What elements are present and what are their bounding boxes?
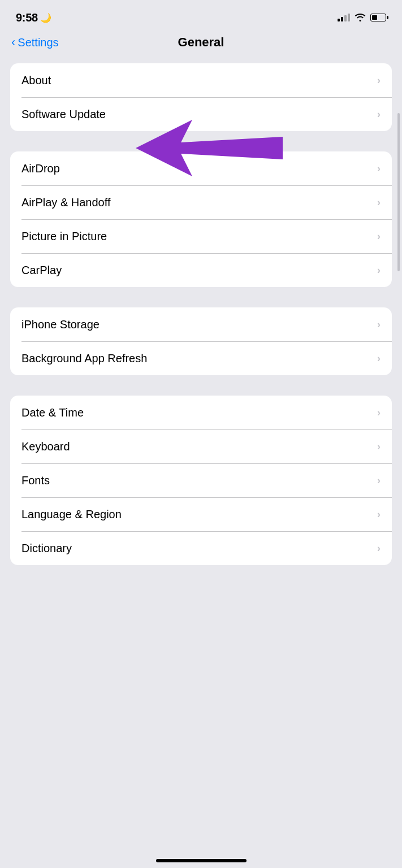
keyboard-label: Keyboard [21, 440, 70, 453]
settings-row-fonts[interactable]: Fonts › [10, 463, 392, 497]
about-chevron-icon: › [377, 75, 381, 86]
airplay-handoff-chevron-icon: › [377, 197, 381, 209]
settings-row-about[interactable]: About › [10, 63, 392, 97]
dictionary-chevron-icon: › [377, 542, 381, 554]
wifi-icon [355, 14, 366, 21]
settings-group-1: About › Software Update › [10, 63, 392, 131]
status-bar: 9:58 🌙 [0, 0, 402, 31]
settings-row-software-update[interactable]: Software Update › [10, 97, 392, 131]
settings-row-iphone-storage[interactable]: iPhone Storage › [10, 307, 392, 341]
carplay-label: CarPlay [21, 264, 62, 277]
settings-row-dictionary[interactable]: Dictionary › [10, 531, 392, 565]
fonts-label: Fonts [21, 474, 50, 487]
settings-row-airplay-handoff[interactable]: AirPlay & Handoff › [10, 185, 392, 219]
nav-header: ‹ Settings General [0, 31, 402, 59]
fonts-chevron-icon: › [377, 475, 381, 487]
signal-icon [338, 14, 350, 21]
back-button[interactable]: ‹ Settings [11, 36, 59, 50]
scrollbar[interactable] [397, 113, 400, 271]
status-time: 9:58 [16, 11, 38, 24]
battery-icon [370, 14, 386, 21]
language-region-chevron-icon: › [377, 509, 381, 520]
iphone-storage-chevron-icon: › [377, 319, 381, 331]
back-chevron-icon: ‹ [11, 35, 15, 50]
settings-row-airdrop[interactable]: AirDrop › [10, 151, 392, 185]
airdrop-chevron-icon: › [377, 163, 381, 175]
settings-row-background-app-refresh[interactable]: Background App Refresh › [10, 341, 392, 375]
software-update-label: Software Update [21, 108, 106, 121]
settings-group-2: AirDrop › AirPlay & Handoff › Picture in… [10, 151, 392, 287]
about-label: About [21, 74, 51, 87]
settings-row-carplay[interactable]: CarPlay › [10, 253, 392, 287]
settings-group-3: iPhone Storage › Background App Refresh … [10, 307, 392, 375]
settings-row-picture-in-picture[interactable]: Picture in Picture › [10, 219, 392, 253]
keyboard-chevron-icon: › [377, 441, 381, 453]
airdrop-label: AirDrop [21, 162, 60, 175]
home-indicator [156, 859, 247, 862]
settings-group-4: Date & Time › Keyboard › Fonts › Languag… [10, 396, 392, 565]
software-update-chevron-icon: › [377, 108, 381, 120]
settings-row-keyboard[interactable]: Keyboard › [10, 429, 392, 463]
settings-content: About › Software Update › AirDrop › AirP… [0, 59, 402, 590]
picture-in-picture-label: Picture in Picture [21, 230, 107, 243]
airplay-handoff-label: AirPlay & Handoff [21, 196, 111, 209]
date-time-label: Date & Time [21, 406, 84, 419]
language-region-label: Language & Region [21, 508, 122, 521]
settings-row-date-time[interactable]: Date & Time › [10, 396, 392, 429]
picture-in-picture-chevron-icon: › [377, 231, 381, 242]
status-icons [338, 14, 386, 21]
page-title: General [178, 35, 224, 50]
dictionary-label: Dictionary [21, 542, 72, 555]
moon-icon: 🌙 [40, 12, 51, 23]
iphone-storage-label: iPhone Storage [21, 318, 100, 331]
date-time-chevron-icon: › [377, 407, 381, 419]
carplay-chevron-icon: › [377, 264, 381, 276]
back-label: Settings [18, 36, 58, 49]
settings-row-language-region[interactable]: Language & Region › [10, 497, 392, 531]
background-app-refresh-chevron-icon: › [377, 353, 381, 364]
background-app-refresh-label: Background App Refresh [21, 352, 147, 365]
